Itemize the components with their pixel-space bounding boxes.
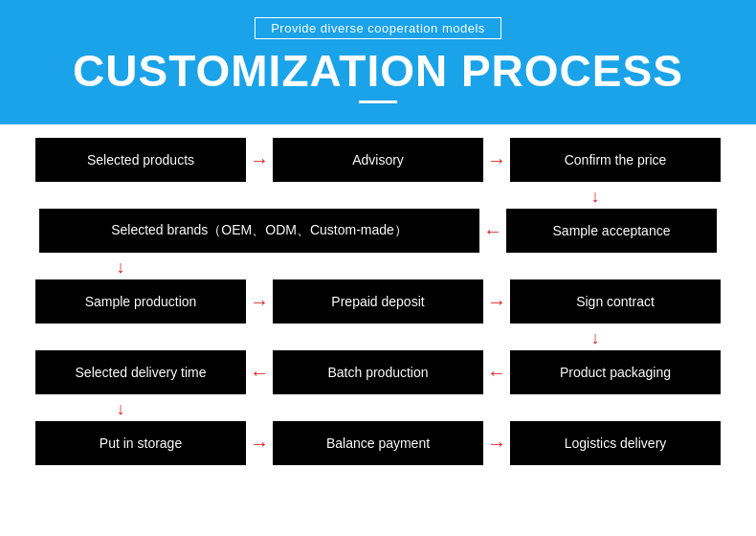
selected-products-box: Selected products (35, 138, 246, 182)
selected-delivery-time-box: Selected delivery time (35, 350, 246, 394)
content: Selected products → Advisory → Confirm t… (0, 124, 756, 479)
arrows-row-4-5: ↓ (8, 400, 748, 417)
balance-payment-box: Balance payment (273, 421, 483, 465)
arrow-down-delivery-time: ↓ (15, 400, 226, 417)
sign-contract-box: Sign contract (510, 279, 721, 324)
confirm-price-box: Confirm the price (510, 138, 721, 182)
row-5: Put in storage → Balance payment → Logis… (8, 421, 748, 465)
arrow-down-sign-contract: ↓ (490, 329, 700, 346)
arrow-h-7: ← (483, 362, 510, 384)
sample-production-box: Sample production (35, 279, 246, 324)
prepaid-deposit-box: Prepaid deposit (273, 279, 483, 324)
arrow-down-confirm-price: ↓ (490, 188, 700, 205)
arrow-down-selected-brands: ↓ (15, 258, 226, 276)
arrow-h-5: → (483, 291, 510, 313)
header-underline (359, 100, 397, 103)
row-4: Selected delivery time ← Batch productio… (8, 350, 748, 394)
row-3: Sample production → Prepaid deposit → Si… (8, 279, 748, 324)
arrow-h-3: ← (479, 220, 506, 242)
arrow-h-2: → (483, 149, 510, 171)
arrow-h-4: → (246, 291, 273, 313)
batch-production-box: Batch production (273, 350, 483, 394)
sample-acceptance-box: Sample acceptance (506, 209, 717, 253)
arrow-h-6: ← (246, 362, 273, 384)
logistics-delivery-box: Logistics delivery (510, 421, 721, 465)
header-subtitle: Provide diverse cooperation models (255, 17, 501, 39)
row-2: Selected brands（OEM、ODM、Custom-made） ← S… (8, 209, 748, 253)
product-packaging-box: Product packaging (510, 350, 721, 394)
advisory-box: Advisory (273, 138, 483, 182)
header-title: CUSTOMIZATION PROCESS (73, 47, 683, 96)
arrow-h-1: → (246, 149, 273, 171)
arrows-row-3-4: ↓ (8, 329, 748, 346)
arrow-h-8: → (246, 433, 273, 455)
arrows-row-2-3: ↓ (8, 258, 748, 276)
put-in-storage-box: Put in storage (35, 421, 246, 465)
row-1: Selected products → Advisory → Confirm t… (8, 138, 748, 182)
header: Provide diverse cooperation models CUSTO… (0, 0, 756, 124)
arrows-row-1-2: ↓ (8, 188, 748, 205)
selected-brands-box: Selected brands（OEM、ODM、Custom-made） (39, 209, 479, 253)
arrow-h-9: → (483, 433, 510, 455)
